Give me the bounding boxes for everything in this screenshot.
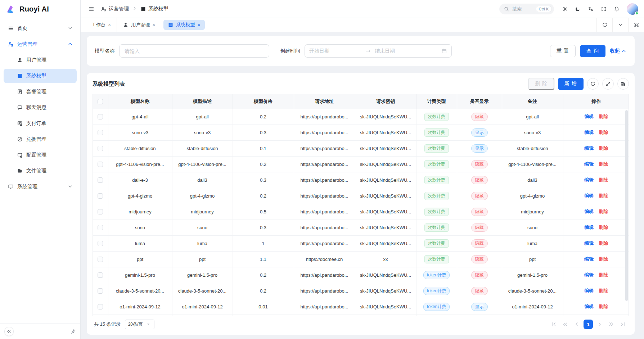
sidebar-group-1[interactable]: 运营管理 (4, 37, 77, 51)
edit-link[interactable]: 编辑 (584, 177, 594, 182)
sidebar-group-2[interactable]: 系统管理 (4, 180, 77, 194)
row-checkbox[interactable] (98, 146, 103, 151)
delete-link[interactable]: 删除 (599, 130, 608, 135)
edit-link[interactable]: 编辑 (584, 145, 594, 151)
select-all-checkbox[interactable] (98, 99, 103, 104)
sidebar-item-6[interactable]: 配置管理 (4, 148, 77, 162)
theme-toggle-button[interactable] (573, 4, 583, 14)
breadcrumb-item-0[interactable]: 运营管理 (101, 6, 129, 12)
tab-close-icon[interactable]: × (108, 22, 111, 28)
current-page-button[interactable]: 1 (584, 320, 593, 329)
row-checkbox[interactable] (98, 257, 103, 262)
breadcrumb-item-1[interactable]: 系统模型 (140, 6, 168, 12)
language-button[interactable] (586, 4, 596, 14)
delete-link[interactable]: 删除 (599, 145, 608, 151)
tabs-menu-button[interactable] (612, 18, 628, 32)
edit-link[interactable]: 编辑 (584, 304, 594, 309)
notifications-button[interactable] (612, 4, 622, 14)
sidebar-collapse-button[interactable] (4, 327, 14, 336)
sidebar-item-1[interactable]: 系统模型 (4, 69, 77, 83)
delete-link[interactable]: 删除 (599, 177, 608, 182)
edit-link[interactable]: 编辑 (584, 130, 594, 135)
collapse-filter-link[interactable]: 收起 (610, 48, 627, 54)
topbar-actions: 搜索 Ctrl K (499, 3, 638, 15)
add-button[interactable]: 新 增 (558, 78, 584, 90)
row-checkbox[interactable] (98, 288, 103, 294)
tabs-refresh-button[interactable] (596, 18, 612, 32)
tab-0[interactable]: 工作台× (86, 18, 117, 32)
sidebar-item-3[interactable]: 聊天消息 (4, 100, 77, 115)
row-checkbox[interactable] (98, 130, 103, 135)
exchange-icon (17, 136, 23, 142)
brand[interactable]: Ruoyi AI (0, 0, 80, 18)
cell-name: o1-mini-2024-09-12 (108, 299, 172, 315)
global-search[interactable]: 搜索 Ctrl K (499, 4, 554, 14)
row-checkbox[interactable] (98, 241, 103, 246)
first-page-button[interactable] (549, 320, 558, 329)
row-checkbox[interactable] (98, 162, 103, 167)
delete-link[interactable]: 删除 (599, 225, 608, 230)
visibility-tag: 显示 (471, 128, 488, 137)
tab-close-icon[interactable]: × (152, 22, 155, 28)
row-checkbox[interactable] (98, 225, 103, 230)
grid-icon (620, 81, 626, 87)
row-checkbox[interactable] (98, 193, 103, 199)
sidebar-menu: 首页运营管理用户管理系统模型套餐管理聊天消息支付订单兑换管理配置管理文件管理系统… (0, 18, 80, 323)
delete-link[interactable]: 删除 (599, 193, 608, 198)
date-range-input[interactable]: 开始日期 结束日期 (305, 44, 452, 58)
row-checkbox[interactable] (98, 114, 103, 119)
row-checkbox[interactable] (98, 304, 103, 309)
edit-link[interactable]: 编辑 (584, 272, 594, 277)
table-scrollbar-thumb[interactable] (625, 110, 628, 301)
delete-link[interactable]: 删除 (599, 288, 608, 293)
delete-link[interactable]: 删除 (599, 161, 608, 167)
tabs-maximize-button[interactable] (628, 18, 644, 32)
next-group-button[interactable] (607, 320, 616, 329)
sidebar-item-7[interactable]: 文件管理 (4, 164, 77, 178)
edit-link[interactable]: 编辑 (584, 193, 594, 198)
edit-link[interactable]: 编辑 (584, 256, 594, 262)
model-name-input[interactable] (119, 44, 269, 58)
cell-key: sk-JIUQLNndqSeKWU... (355, 140, 416, 156)
tab-close-icon[interactable]: × (197, 22, 200, 28)
tab-2[interactable]: 系统模型× (161, 18, 207, 32)
page-size-select[interactable]: 20条/页 (125, 320, 155, 329)
delete-link[interactable]: 删除 (599, 256, 608, 262)
model-name-label: 模型名称 (95, 48, 115, 54)
sidebar-toggle-button[interactable] (86, 4, 96, 14)
table-refresh-button[interactable] (587, 78, 599, 90)
tab-1[interactable]: 用户管理× (117, 18, 161, 32)
delete-link[interactable]: 删除 (599, 114, 608, 119)
edit-link[interactable]: 编辑 (584, 240, 594, 246)
edit-link[interactable]: 编辑 (584, 114, 594, 119)
delete-button[interactable]: 删 除 (528, 78, 554, 90)
sidebar-item-0[interactable]: 用户管理 (4, 53, 77, 67)
delete-link[interactable]: 删除 (599, 240, 608, 246)
avatar[interactable] (627, 3, 638, 15)
last-page-button[interactable] (618, 320, 627, 329)
row-checkbox[interactable] (98, 209, 103, 214)
pin-icon[interactable] (70, 329, 76, 334)
table-expand-button[interactable] (602, 78, 614, 90)
edit-link[interactable]: 编辑 (584, 225, 594, 230)
sidebar-item-2[interactable]: 套餐管理 (4, 85, 77, 99)
edit-link[interactable]: 编辑 (584, 161, 594, 167)
settings-button[interactable] (560, 4, 570, 14)
sidebar-item-5[interactable]: 兑换管理 (4, 132, 77, 146)
sidebar-group-0[interactable]: 首页 (4, 21, 77, 36)
row-checkbox[interactable] (98, 272, 103, 278)
prev-group-button[interactable] (560, 320, 570, 329)
next-page-button[interactable] (595, 320, 604, 329)
query-button[interactable]: 查 询 (580, 45, 605, 57)
delete-link[interactable]: 删除 (599, 272, 608, 277)
fullscreen-button[interactable] (599, 4, 609, 14)
delete-link[interactable]: 删除 (599, 209, 608, 214)
edit-link[interactable]: 编辑 (584, 288, 594, 293)
table-columns-button[interactable] (617, 78, 629, 90)
prev-page-button[interactable] (572, 320, 581, 329)
sidebar-item-4[interactable]: 支付订单 (4, 116, 77, 131)
row-checkbox[interactable] (98, 177, 103, 183)
delete-link[interactable]: 删除 (599, 304, 608, 309)
edit-link[interactable]: 编辑 (584, 209, 594, 214)
reset-button[interactable]: 重 置 (550, 45, 576, 57)
